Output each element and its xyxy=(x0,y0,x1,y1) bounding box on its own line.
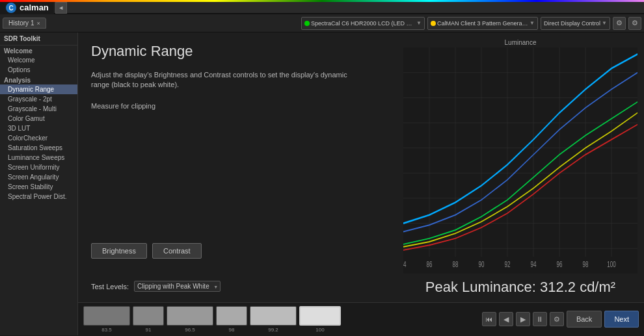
bottom-strip: 83.5 91 96.5 98 99.2 100 xyxy=(78,302,644,335)
device1-label: SpectraCal C6 HDR2000 LCD (LED White) xyxy=(311,20,415,27)
swatch-6[interactable]: 100 xyxy=(299,306,341,333)
swatch-4[interactable]: 98 xyxy=(216,306,247,333)
logo-area: C calman xyxy=(0,1,54,14)
sidebar-item-3d-lut[interactable]: 3D LUT xyxy=(0,123,77,133)
device3-label: Direct Display Control xyxy=(544,20,600,27)
svg-text:92: 92 xyxy=(505,259,511,268)
luminance-chart-svg: 84 86 88 90 92 94 96 98 100 xyxy=(403,47,637,274)
sidebar-item-screen-stability[interactable]: Screen Stability xyxy=(0,182,77,192)
sidebar-item-screen-uniformity[interactable]: Screen Uniformity xyxy=(0,162,77,172)
peak-luminance: Peak Luminance: 312.2 cd/m² xyxy=(403,279,637,296)
swatch-box-6 xyxy=(299,306,341,326)
settings-button-1[interactable]: ⚙ xyxy=(613,17,626,30)
left-panel: Dynamic Range Adjust the display's Brigh… xyxy=(78,32,403,302)
app-name: calman xyxy=(20,3,49,12)
content-area: Dynamic Range Adjust the display's Brigh… xyxy=(78,32,644,335)
sidebar-section-analysis: Analysis xyxy=(0,75,77,84)
history-close-button[interactable]: × xyxy=(36,20,40,27)
description: Adjust the display's Brightness and Cont… xyxy=(91,70,390,90)
svg-text:98: 98 xyxy=(583,259,589,268)
page-title: Dynamic Range xyxy=(91,43,390,60)
device1-dropdown-icon[interactable]: ▼ xyxy=(416,21,422,26)
chart-area: Luminance xyxy=(403,32,644,302)
calman-logo-icon: C xyxy=(5,2,17,14)
sidebar-item-welcome[interactable]: Welcome xyxy=(0,55,77,65)
device-bar: History 1 × SpectraCal C6 HDR2000 LCD (L… xyxy=(0,14,644,32)
nav-first-button[interactable]: ⏮ xyxy=(482,312,496,326)
measure-label: Measure for clipping xyxy=(91,102,390,110)
swatch-box-4 xyxy=(216,306,247,326)
svg-text:86: 86 xyxy=(427,259,433,268)
svg-text:C: C xyxy=(8,5,13,12)
content-main: Dynamic Range Adjust the display's Brigh… xyxy=(78,32,644,302)
svg-text:90: 90 xyxy=(479,259,485,268)
luminance-chart: 84 86 88 90 92 94 96 98 100 xyxy=(403,47,637,274)
svg-text:84: 84 xyxy=(403,259,406,268)
chart-title: Luminance xyxy=(403,39,637,46)
sidebar-item-luminance-sweeps[interactable]: Luminance Sweeps xyxy=(0,153,77,162)
history-tab-label: History 1 xyxy=(8,19,34,27)
sidebar-collapse-button[interactable]: ◄ xyxy=(55,2,67,14)
svg-text:100: 100 xyxy=(607,259,615,268)
sidebar-item-grayscale-multi[interactable]: Grayscale - Multi xyxy=(0,104,77,114)
sidebar-item-screen-angularity[interactable]: Screen Angularity xyxy=(0,172,77,182)
device1-indicator xyxy=(304,21,310,26)
test-levels-select-wrapper[interactable]: Clipping with Peak White Full Range Cust… xyxy=(134,281,221,292)
history-tab[interactable]: History 1 × xyxy=(3,18,46,29)
device1-selector[interactable]: SpectraCal C6 HDR2000 LCD (LED White) ▼ xyxy=(301,17,425,30)
brightness-contrast-row: Brightness Contrast xyxy=(91,243,390,259)
brightness-button[interactable]: Brightness xyxy=(91,243,147,259)
device2-label: CalMAN Client 3 Pattern Generator xyxy=(437,20,528,27)
swatch-label-4: 98 xyxy=(229,327,235,333)
test-levels-row: Test Levels: Clipping with Peak White Fu… xyxy=(91,281,390,292)
sidebar-item-options[interactable]: Options xyxy=(0,65,77,75)
swatch-2[interactable]: 91 xyxy=(133,306,164,333)
device3-dropdown-icon[interactable]: ▼ xyxy=(602,21,607,26)
nav-settings-button[interactable]: ⚙ xyxy=(550,312,564,326)
swatch-label-5: 99.2 xyxy=(268,327,278,333)
settings-button-2[interactable]: ⚙ xyxy=(628,17,641,30)
svg-text:96: 96 xyxy=(557,259,563,268)
nav-play-button[interactable]: ▶ xyxy=(516,312,530,326)
test-levels-label: Test Levels: xyxy=(91,283,129,291)
swatch-box-1 xyxy=(83,306,130,326)
sidebar-item-colorchecker[interactable]: ColorChecker xyxy=(0,133,77,143)
sidebar-item-grayscale-2pt[interactable]: Grayscale - 2pt xyxy=(0,94,77,104)
swatch-1[interactable]: 83.5 xyxy=(83,306,130,333)
swatch-5[interactable]: 99.2 xyxy=(250,306,297,333)
back-button[interactable]: Back xyxy=(567,311,602,328)
sidebar-item-saturation-sweeps[interactable]: Saturation Sweeps xyxy=(0,143,77,153)
nav-pause-button[interactable]: ⏸ xyxy=(533,312,547,326)
swatch-label-3: 96.5 xyxy=(185,327,195,333)
swatch-label-1: 83.5 xyxy=(101,327,112,333)
swatch-box-2 xyxy=(133,306,164,326)
test-levels-select[interactable]: Clipping with Peak White Full Range Cust… xyxy=(134,281,221,292)
device2-dropdown-icon[interactable]: ▼ xyxy=(530,21,535,26)
main-layout: SDR Toolkit Welcome Welcome Options Anal… xyxy=(0,32,644,335)
sidebar-section-welcome: Welcome xyxy=(0,45,77,55)
svg-text:88: 88 xyxy=(453,259,459,268)
device3-selector[interactable]: Direct Display Control ▼ xyxy=(541,17,610,30)
swatch-box-3 xyxy=(167,306,213,326)
nav-prev-button[interactable]: ◀ xyxy=(499,312,513,326)
svg-rect-2 xyxy=(403,47,637,274)
contrast-button[interactable]: Contrast xyxy=(152,243,202,259)
rainbow-bar xyxy=(0,0,644,2)
sidebar-item-dynamic-range[interactable]: Dynamic Range xyxy=(0,84,77,94)
next-button[interactable]: Next xyxy=(604,311,639,328)
swatch-label-2: 91 xyxy=(146,327,152,333)
sidebar-title: SDR Toolkit xyxy=(0,32,77,45)
nav-controls: ⏮ ◀ ▶ ⏸ ⚙ Back Next xyxy=(482,311,639,328)
svg-text:94: 94 xyxy=(531,259,537,268)
swatch-3[interactable]: 96.5 xyxy=(167,306,213,333)
swatch-box-5 xyxy=(250,306,297,326)
device2-selector[interactable]: CalMAN Client 3 Pattern Generator ▼ xyxy=(427,17,538,30)
description-line2: range (black to peak white). xyxy=(91,81,179,88)
sidebar-item-color-gamut[interactable]: Color Gamut xyxy=(0,114,77,123)
description-line1: Adjust the display's Brightness and Cont… xyxy=(91,71,347,79)
sidebar-item-spectral-power[interactable]: Spectral Power Dist. xyxy=(0,192,77,201)
device2-indicator xyxy=(431,21,436,26)
sidebar: SDR Toolkit Welcome Welcome Options Anal… xyxy=(0,32,78,335)
top-bar: C calman ◄ xyxy=(0,0,644,14)
swatch-label-6: 100 xyxy=(315,327,324,333)
